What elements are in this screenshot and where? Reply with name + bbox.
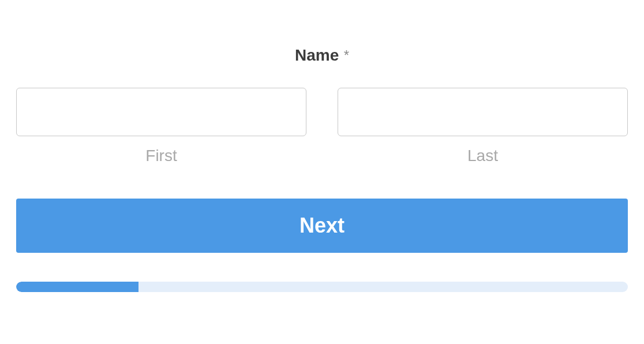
name-field-label: Name [295,46,339,64]
progress-fill [16,282,138,292]
field-label-row: Name * [16,46,628,65]
required-asterisk: * [344,47,349,63]
progress-bar [16,282,628,292]
last-name-sublabel: Last [467,147,498,165]
last-name-column: Last [338,88,628,165]
last-name-input[interactable] [338,88,628,136]
first-name-sublabel: First [145,147,177,165]
name-form: Name * First Last Next [0,0,644,292]
name-inputs-row: First Last [16,88,628,165]
first-name-input[interactable] [16,88,306,136]
first-name-column: First [16,88,306,165]
next-button[interactable]: Next [16,199,628,253]
